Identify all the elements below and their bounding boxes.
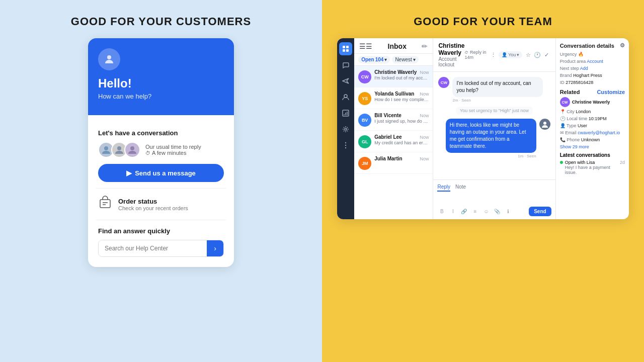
detail-product-area: Product area Account: [560, 59, 625, 64]
message-content: I'm locked out of my account, can you he…: [452, 77, 543, 103]
search-button[interactable]: ›: [207, 240, 223, 256]
detail-phone: 📞 Phone Unknown: [560, 137, 625, 142]
svg-point-17: [345, 142, 346, 143]
conversation-item[interactable]: YS Yolanda Sullivan Now How do I see my …: [354, 87, 433, 109]
attach-icon[interactable]: 📎: [493, 207, 502, 216]
chat-messages: CW I'm locked out of my account, can you…: [433, 72, 555, 179]
sidebar-inbox-icon[interactable]: [339, 42, 352, 55]
note-tab[interactable]: Note: [455, 183, 466, 192]
detail-next-step: Next step Add: [560, 66, 625, 71]
send-message-button[interactable]: ▶ Send us a message: [98, 164, 224, 182]
conversation-row: Our usual time to reply ⏱ A few minutes: [98, 142, 224, 158]
details-settings-icon[interactable]: ⚙: [620, 42, 625, 49]
conv-name: Julia Martin: [374, 156, 403, 161]
conversation-title: Let's have a conversation: [98, 129, 224, 137]
sidebar-settings-icon[interactable]: [339, 123, 352, 136]
link-icon[interactable]: 🔗: [459, 207, 468, 216]
conv-info: Christine Waverly Now I'm locked out of …: [374, 69, 429, 83]
conv-time: Now: [420, 156, 429, 161]
conv-filters: Open 104 ▾ Newest ▾: [354, 54, 433, 66]
customer-avatar: CW: [438, 77, 449, 88]
clock-icon: ⏱: [145, 150, 150, 156]
agent-avatars: [98, 142, 140, 158]
search-section: Find an answer quickly ›: [96, 220, 226, 259]
conv-msg: My credit card has an error when I try t…: [374, 140, 429, 146]
system-message: You set urgency to "High" just now: [456, 107, 533, 115]
bold-icon[interactable]: B: [437, 207, 446, 216]
sidebar-more-icon[interactable]: [339, 139, 352, 152]
message-row: Hi there, looks like we might be having …: [438, 119, 550, 158]
message-meta-agent: 1m · Seen: [446, 154, 536, 158]
conv-time: Now: [420, 92, 429, 97]
reply-tabs: Reply Note: [437, 183, 551, 192]
message-row: CW I'm locked out of my account, can you…: [438, 77, 550, 103]
more-options-icon[interactable]: ⋮: [490, 50, 497, 60]
conv-list-header: ☰ Inbox ✏: [354, 38, 433, 54]
detail-brand: Brand Hoghart Press: [560, 73, 625, 78]
widget-body: Let's have a conversation: [88, 115, 234, 267]
svg-point-1: [104, 146, 108, 150]
svg-rect-9: [343, 49, 345, 52]
send-arrow-icon: ▶: [126, 169, 132, 177]
input-toolbar: B I 🔗 ≡ ☺ 📎 ℹ Send: [437, 207, 551, 216]
chat-input-area: Reply Note B I 🔗 ≡ ☺ 📎 ℹ Send: [433, 179, 555, 219]
sidebar-chat-icon[interactable]: [339, 58, 352, 71]
conversation-item[interactable]: BV Bill Vicente Now I just signed up, ho…: [354, 109, 433, 131]
star-icon[interactable]: ☆: [524, 50, 531, 60]
snooze-icon[interactable]: 🕐: [534, 50, 541, 60]
svg-point-19: [345, 147, 346, 148]
agent-avatar-3: [124, 142, 140, 158]
reply-in-badge: ⏱ Reply in 14m: [464, 50, 487, 60]
customize-label[interactable]: Customize: [597, 89, 625, 95]
sidebar-contacts-icon[interactable]: [339, 90, 352, 104]
chat-view: Christine Waverly Account lockout ⏱ Repl…: [433, 38, 555, 219]
toolbar-icons: B I 🔗 ≡ ☺ 📎 ℹ: [437, 207, 513, 216]
message-meta: 2m · Seen: [452, 98, 543, 103]
italic-icon[interactable]: I: [448, 207, 457, 216]
conv-msg: How do I see my completed tasks?: [374, 97, 429, 103]
search-arrow-icon: ›: [214, 244, 216, 252]
reply-tab[interactable]: Reply: [437, 183, 450, 192]
svg-rect-10: [346, 49, 349, 52]
chat-header: Christine Waverly Account lockout ⏱ Repl…: [433, 38, 555, 72]
conv-msg: I just signed up, how do I get started?: [374, 119, 429, 125]
conv-time: Now: [420, 135, 429, 140]
search-input[interactable]: [99, 240, 207, 256]
widget-header: Hello! How can we help?: [88, 38, 234, 115]
conv-info: Yolanda Sullivan Now How do I see my com…: [374, 91, 429, 105]
send-button[interactable]: Send: [529, 207, 551, 216]
conversation-item[interactable]: CW Christine Waverly Now I'm locked out …: [354, 66, 433, 87]
search-label: Find an answer quickly: [98, 227, 224, 235]
detail-type: 👤 Type User: [560, 123, 625, 128]
widget-subtitle: How can we help?: [98, 93, 224, 100]
assigned-badge[interactable]: 👤 You ▾: [499, 51, 522, 58]
chat-input-field[interactable]: [437, 194, 551, 205]
id-value: 27285816428: [566, 80, 593, 85]
conv-name: Gabriel Lee: [374, 134, 401, 140]
widget-avatar-icon: [98, 48, 120, 70]
svg-rect-8: [346, 46, 349, 48]
conv-name: Bill Vicente: [374, 113, 401, 118]
emoji-icon[interactable]: ☺: [481, 207, 491, 216]
sidebar-reports-icon[interactable]: [339, 107, 352, 120]
new-conv-icon[interactable]: ✏: [422, 42, 428, 50]
sidebar-send-icon[interactable]: [339, 74, 352, 87]
info-icon[interactable]: ℹ: [504, 207, 513, 216]
filter-open[interactable]: Open 104 ▾: [358, 56, 390, 63]
hamburger-icon[interactable]: ☰: [359, 42, 372, 50]
details-panel: Conversation details ⚙ Urgency 🔥 Product…: [556, 38, 629, 219]
latest-text: Open with Lisa Hey! I have a payment iss…: [565, 160, 618, 175]
chat-header-left: Christine Waverly Account lockout: [438, 42, 464, 67]
filter-newest[interactable]: Newest ▾: [392, 56, 418, 63]
conversation-item[interactable]: GL Gabriel Lee Now My credit card has an…: [354, 131, 433, 152]
show-more-link[interactable]: Show 29 more: [560, 144, 625, 149]
list-icon[interactable]: ≡: [470, 207, 479, 216]
order-title: Order status: [118, 198, 188, 205]
left-panel: GOOD FOR YOUR CUSTOMERS Hello! How can w…: [0, 0, 322, 362]
conversation-item[interactable]: JM Julia Martin Now: [354, 152, 433, 174]
conv-name: Christine Waverly: [374, 69, 417, 75]
conv-info: Julia Martin Now: [374, 156, 429, 170]
brand-value: Hoghart Press: [573, 73, 602, 78]
resolve-icon[interactable]: ✓: [543, 50, 550, 60]
svg-point-20: [543, 122, 546, 125]
